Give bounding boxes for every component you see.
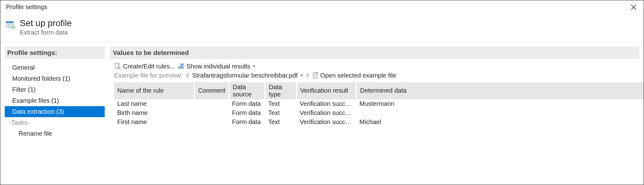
cell-comment [194,108,229,117]
table-row[interactable]: Last name Form data Text Verification su… [114,99,644,108]
close-button[interactable] [627,1,640,14]
cell-source: Form data [229,108,265,117]
cell-verification: Verification successful [297,99,356,108]
next-example-button[interactable] [305,73,310,78]
main-heading: Values to be determined [110,46,639,59]
cell-comment [194,99,229,108]
sidebar-item-rename-file[interactable]: Rename file [5,128,105,139]
titlebar: Profile settings [0,0,644,14]
sidebar-item-monitored-folders[interactable]: Monitored folders (1) [5,73,105,84]
cell-rule: Birth name [114,108,194,117]
cell-determined: Michael [356,117,644,127]
window-title: Profile settings [6,3,47,11]
close-icon [631,4,636,10]
sidebar-item-example-files[interactable]: Example files (1) [5,95,105,106]
table-row[interactable]: Birth name Form data Text Verification s… [114,108,644,117]
page-title: Set up profile [20,19,72,28]
create-edit-rules-button[interactable]: Create/Edit rules... [114,63,175,70]
chevron-down-icon [253,66,255,67]
chevron-down-icon [300,75,303,76]
sidebar-item-general[interactable]: General [5,62,105,73]
cell-type: Text [265,99,297,108]
cell-source: Form data [229,99,265,108]
header-text: Set up profile Extract form data [20,19,72,36]
profile-settings-window: Profile settings Set up profile Extract … [0,0,644,185]
cell-determined: Mustermann [356,99,644,108]
cell-rule: First name [114,117,194,127]
sidebar-group-tasks: -Tasks- [5,117,105,128]
sidebar-item-data-extraction[interactable]: Data extraction (3) [5,106,105,117]
show-individual-results-label: Show individual results [186,63,250,70]
col-data-source[interactable]: Data source [229,82,265,99]
cell-type: Text [265,108,297,117]
svg-rect-2 [6,21,13,23]
chevron-left-icon [185,73,190,78]
example-file-name: Strafantragsformular beschreibbar.pdf [192,72,298,79]
cell-type: Text [265,117,297,127]
col-comment[interactable]: Comment [194,82,229,99]
chevron-right-icon [305,73,310,78]
show-individual-results-button[interactable]: Show individual results [178,63,255,70]
body: Profile settings: General Monitored fold… [0,42,644,185]
col-determined[interactable]: Determined data [356,82,644,99]
table-header-row: Name of the rule Comment Data source Dat… [114,82,644,99]
cell-determined [356,108,644,117]
header: Set up profile Extract form data [0,14,644,42]
list-plus-icon [178,63,185,70]
profile-icon [6,20,15,29]
cell-verification: Verification successful [297,108,356,117]
document-gear-icon [114,63,121,70]
sidebar: Profile settings: General Monitored fold… [0,46,105,185]
open-example-file-button[interactable]: Open selected example file [312,72,396,79]
toolbar-row-2: Example file for preview: Strafantragsfo… [114,72,639,79]
document-icon [312,72,319,79]
example-file-dropdown[interactable]: Strafantragsformular beschreibbar.pdf [192,72,303,79]
prev-example-button[interactable] [185,73,190,78]
cell-verification: Verification successful [297,117,356,127]
open-example-file-label: Open selected example file [320,72,396,79]
sidebar-item-filter[interactable]: Filter (1) [5,84,105,95]
col-rule-name[interactable]: Name of the rule [114,82,194,99]
svg-rect-13 [180,68,184,68]
table-row[interactable]: First name Form data Text Verification s… [114,117,644,127]
cell-comment [194,117,229,127]
cell-rule: Last name [114,99,194,108]
toolbar-row-1: Create/Edit rules... Show individual res… [114,63,639,70]
svg-rect-12 [180,66,184,67]
page-subtitle: Extract form data [20,29,72,36]
toolbar: Create/Edit rules... Show individual res… [110,63,639,79]
svg-point-7 [11,25,15,29]
main-panel: Values to be determined Create/Edit rule… [105,46,644,185]
svg-point-10 [119,68,119,68]
cell-source: Form data [229,117,265,127]
col-data-type[interactable]: Data type [265,82,297,99]
rules-table: Name of the rule Comment Data source Dat… [114,82,644,127]
create-edit-rules-label: Create/Edit rules... [123,63,175,70]
svg-rect-11 [180,64,184,65]
col-verification[interactable]: Verification result [297,82,356,99]
sidebar-heading: Profile settings: [5,46,105,59]
example-file-label: Example file for preview: [114,72,183,79]
